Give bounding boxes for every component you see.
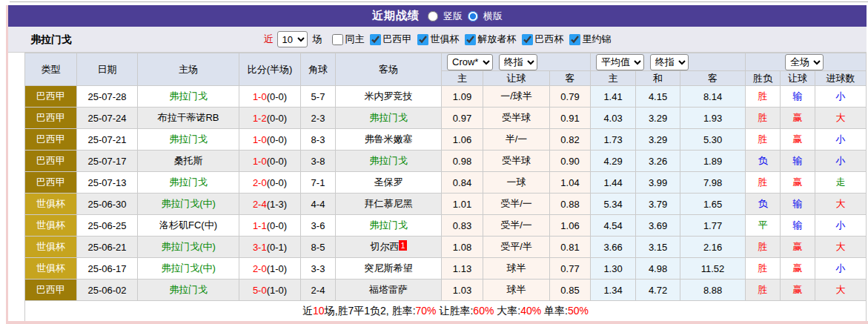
away-team[interactable]: 弗拉门戈 (336, 215, 442, 237)
away-team[interactable]: 弗鲁米嫩塞 (336, 129, 442, 151)
score-cell: 5-0(1-0) (239, 280, 301, 301)
home-team[interactable]: 弗拉门戈 (138, 172, 239, 194)
away-team[interactable]: 弗拉门戈 (336, 151, 442, 172)
red-card-badge: 1 (399, 240, 406, 251)
vertical-layout-radio[interactable] (428, 11, 438, 22)
match-date: 25-07-21 (77, 129, 138, 151)
match-row: 巴西甲 25-07-28 弗拉门戈 1-0(0-0) 5-7 米内罗竞技 1.0… (25, 86, 867, 108)
match-date: 25-06-30 (77, 194, 138, 215)
avg-odds-away: 1.65 (680, 194, 746, 215)
bookmaker-group-header: Crow* 终指 (442, 53, 591, 71)
win-loss-result: 胜 (746, 108, 781, 129)
home-team[interactable]: 弗拉门戈(中) (138, 237, 239, 258)
home-team[interactable]: 弗拉门戈 (138, 86, 239, 108)
match-row: 巴西甲 25-07-17 桑托斯 1-0(0-0) 3-8 弗拉门戈 0.98 … (25, 151, 867, 172)
odds-away: 0.79 (550, 86, 591, 108)
sub-header-odds-home: 主 (442, 71, 483, 86)
score-cell: 1-2(0-0) (239, 108, 301, 129)
away-team[interactable]: 突尼斯希望 (336, 258, 442, 280)
score-cell: 2-4(1-3) (239, 194, 301, 215)
horizontal-layout-label: 横版 (483, 10, 503, 23)
handicap-line: 球半 (483, 280, 550, 301)
title-bar: 近期战绩 竖版 横版 (8, 5, 867, 27)
sub-header-handicap: 让球 (483, 71, 550, 86)
avg-odds-home: 4.03 (591, 108, 636, 129)
match-row: 世俱杯 25-06-21 弗拉门戈(中) 3-1(0-1) 8-5 切尔西1 1… (25, 237, 867, 258)
away-team[interactable]: 弗拉门戈 (336, 108, 442, 129)
handicap-line: 受平/半 (483, 237, 550, 258)
summary-text: 近10场,胜7平1负2, 胜率:70% 让胜率:60% 大率:40% 单率:50… (25, 301, 867, 323)
home-team[interactable]: 桑托斯 (138, 151, 239, 172)
handicap-result: 赢 (781, 237, 815, 258)
away-team[interactable]: 米内罗竞技 (336, 86, 442, 108)
same-home-checkbox[interactable] (332, 34, 343, 45)
away-team[interactable]: 拜仁慕尼黑 (336, 194, 442, 215)
goals-result: 大 (815, 194, 867, 215)
brazil-cup-checkbox[interactable] (522, 34, 533, 45)
rio-state-checkbox[interactable] (569, 34, 580, 45)
match-date: 25-07-28 (77, 86, 138, 108)
goals-result: 走 (815, 172, 867, 194)
average-final-select[interactable]: 终指 (650, 54, 689, 70)
corner-count: 7-1 (301, 172, 336, 194)
half-time-score: (0-1) (267, 242, 287, 253)
sub-header-avg-away: 客 (680, 71, 746, 86)
home-team[interactable]: 弗拉门戈(中) (138, 258, 239, 280)
score-cell: 1-0(0-0) (239, 86, 301, 108)
scope-group-header: 全场 (746, 53, 867, 71)
results-table: 类型 日期 主场 比分(半场) 角球 客场 Crow* 终指 平均值 终指 (24, 53, 867, 323)
odds-away: 1.06 (550, 215, 591, 237)
recent-count-select[interactable]: 10 (277, 31, 308, 47)
avg-odds-draw: 3.29 (636, 129, 680, 151)
home-team[interactable]: 布拉干蒂诺RB (138, 108, 239, 129)
handicap-result: 输 (781, 151, 815, 172)
bookmaker-select[interactable]: Crow* (447, 54, 493, 70)
win-loss-result: 胜 (746, 172, 781, 194)
club-world-cup-label: 世俱杯 (431, 33, 460, 46)
league-badge: 世俱杯 (25, 237, 77, 258)
sub-header-odds-away: 客 (550, 71, 591, 86)
half-time-score: (0-0) (267, 134, 287, 145)
avg-odds-draw: 3.29 (636, 108, 680, 129)
corner-count: 3-6 (301, 215, 336, 237)
match-date: 25-06-17 (77, 258, 138, 280)
summary-row: 近10场,胜7平1负2, 胜率:70% 让胜率:60% 大率:40% 单率:50… (25, 301, 867, 323)
away-team[interactable]: 福塔雷萨 (336, 280, 442, 301)
same-home-label: 同主 (345, 33, 365, 46)
goals-result: 小 (815, 151, 867, 172)
corner-count: 8-5 (301, 237, 336, 258)
avg-odds-draw: 4.98 (636, 258, 680, 280)
avg-odds-away: 8.88 (680, 280, 746, 301)
horizontal-layout-radio[interactable] (468, 11, 478, 22)
avg-odds-draw: 4.72 (636, 280, 680, 301)
match-row: 巴西甲 25-07-13 弗拉门戈 2-0(0-0) 7-1 圣保罗 0.84 … (25, 172, 867, 194)
match-row: 世俱杯 25-06-25 洛杉矶FC(中) 1-1(0-0) 3-6 弗拉门戈 … (25, 215, 867, 237)
home-team[interactable]: 洛杉矶FC(中) (138, 215, 239, 237)
brazil-serie-a-checkbox[interactable] (370, 34, 381, 45)
odds-home: 1.01 (442, 194, 483, 215)
win-loss-result: 胜 (746, 258, 781, 280)
full-time-score: 5-0 (253, 285, 267, 296)
full-time-score: 1-2 (253, 113, 267, 124)
match-date: 25-07-17 (77, 151, 138, 172)
odds-home: 1.13 (442, 258, 483, 280)
handicap-result: 输 (781, 86, 815, 108)
libertadores-checkbox[interactable] (465, 34, 476, 45)
corner-count: 8-3 (301, 129, 336, 151)
bookmaker-final-select[interactable]: 终指 (499, 54, 537, 70)
sub-header-avg-home: 主 (591, 71, 636, 86)
away-team[interactable]: 切尔西1 (336, 237, 442, 258)
col-header-corner: 角球 (301, 53, 336, 86)
league-badge: 世俱杯 (25, 258, 77, 280)
away-team-name: 米内罗竞技 (365, 90, 413, 102)
home-team[interactable]: 弗拉门戈 (138, 129, 239, 151)
win-loss-result: 胜 (746, 280, 781, 301)
average-select[interactable]: 平均值 (596, 54, 644, 70)
club-world-cup-checkbox[interactable] (417, 34, 428, 45)
away-team-name: 弗鲁米嫩塞 (365, 133, 413, 145)
home-team[interactable]: 弗拉门戈 (138, 280, 239, 301)
home-team[interactable]: 弗拉门戈(中) (138, 194, 239, 215)
scope-select[interactable]: 全场 (785, 54, 824, 70)
away-team[interactable]: 圣保罗 (336, 172, 442, 194)
score-cell: 2-0(0-0) (239, 172, 301, 194)
